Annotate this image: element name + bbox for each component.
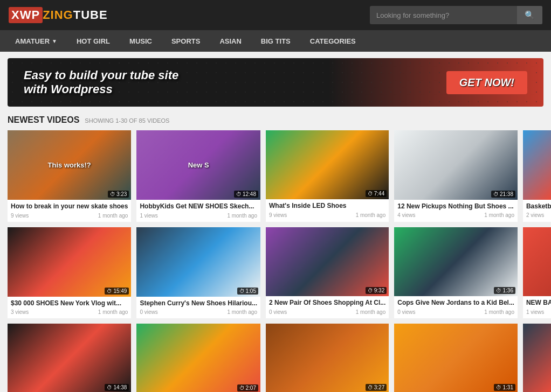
video-title: HobbyKids Get NEW SHOES Skech... — [140, 202, 257, 211]
video-title: How to break in your new skate shoes — [11, 202, 128, 211]
video-thumbnail: ⏱21:38 — [394, 130, 518, 200]
video-meta: 4 views 1 month ago — [397, 212, 514, 218]
video-info: How to break in your new skate shoes 9 v… — [8, 200, 131, 222]
video-meta: 9 views 1 month ago — [269, 212, 385, 218]
video-card[interactable]: ⏱1:36 Cops Give New Jordans to a Kid Bel… — [394, 227, 518, 319]
thumb-label: New S — [136, 130, 260, 200]
search-button[interactable]: 🔍 — [517, 6, 542, 24]
video-duration: ⏱14:38 — [105, 384, 129, 391]
nav-item-asian[interactable]: ASIAN — [210, 30, 251, 52]
video-title: 12 New Pickups Nothing But Shoes ... — [397, 202, 514, 211]
video-title: NEW BASKETBALL SHOES SHOPPI... — [526, 299, 551, 307]
video-age: 1 month ago — [356, 212, 386, 218]
video-duration: ⏱1:05 — [237, 288, 258, 295]
video-thumbnail: ⏱14:38 — [8, 324, 131, 392]
video-card[interactable]: New S ⏱12:48 HobbyKids Get NEW SHOES Ske… — [136, 130, 260, 222]
video-views: 9 views — [269, 212, 287, 218]
video-card[interactable]: ⏱14:38 My New Shoes 2 views 1 month ago — [8, 324, 131, 392]
video-card[interactable]: 5 Shoe Must Haves ⏱6:06 5 Men's Shoe Mus… — [523, 324, 551, 392]
search-input[interactable] — [370, 8, 517, 23]
video-thumbnail: ⏱1:36 — [394, 227, 518, 297]
video-duration: ⏱9:32 — [366, 287, 387, 294]
video-age: 1 month ago — [98, 213, 128, 219]
video-card[interactable]: ⏱7:44 What's Inside LED Shoes 9 views 1 … — [266, 130, 389, 222]
video-age: 1 month ago — [484, 309, 514, 315]
video-info: NEW BASKETBALL SHOES SHOPPI... 1 views 1… — [523, 296, 551, 318]
videos-section: NEWEST VIDEOS SHOWING 1-30 OF 85 VIDEOS … — [0, 113, 551, 392]
video-age: 1 month ago — [227, 309, 257, 315]
video-duration: ⏱3:27 — [366, 384, 387, 391]
nav-item-hotgirl[interactable]: HOT GIRL — [67, 30, 120, 52]
video-title: $30 000 SHOES New York Vlog wit... — [11, 299, 128, 308]
video-info: What's Inside LED Shoes 9 views 1 month … — [266, 199, 389, 221]
video-card[interactable]: ⏱2:07 Really nice shoes 1 views 1 month … — [136, 324, 260, 392]
video-duration: ⏱1:36 — [494, 287, 515, 294]
video-meta: 3 views 1 month ago — [11, 309, 128, 315]
video-card[interactable]: ⏱9:32 2 New Pair Of Shoes Shopping At Cl… — [266, 227, 389, 319]
video-views: 0 views — [140, 309, 157, 315]
nav-item-amatuer[interactable]: AMATUER ▼ — [5, 30, 67, 52]
section-subtitle: SHOWING 1-30 OF 85 VIDEOS — [85, 117, 169, 124]
video-thumbnail: This works!? ⏱3:23 — [8, 130, 131, 200]
chevron-down-icon: ▼ — [52, 38, 57, 44]
section-title: NEWEST VIDEOS — [8, 115, 79, 125]
video-duration: ⏱3:23 — [108, 191, 129, 198]
video-thumbnail: ⏱14:55 — [523, 227, 551, 297]
nav-item-music[interactable]: MUSIC — [120, 30, 162, 52]
section-header: NEWEST VIDEOS SHOWING 1-30 OF 85 VIDEOS — [8, 115, 543, 125]
video-card[interactable]: ⏱14:55 NEW BASKETBALL SHOES SHOPPI... 1 … — [523, 227, 551, 319]
video-info: Basketball Shoe Shopping 2 views 1 month… — [523, 200, 551, 222]
logo-zing: ZING — [43, 8, 73, 22]
video-title: Cops Give New Jordans to a Kid Bel... — [397, 299, 514, 307]
video-info: Stephen Curry's New Shoes Hilariou... 0 … — [136, 297, 260, 319]
video-age: 1 month ago — [356, 309, 386, 315]
video-duration: ⏱21:38 — [491, 191, 515, 198]
promo-banner[interactable]: Easy to build your tube sitewith Wordpre… — [8, 58, 543, 107]
thumb-label: 5 Shoe Must Haves — [523, 324, 551, 392]
nav-item-categories[interactable]: CATEGORIES — [300, 30, 366, 52]
banner-cta-button[interactable]: GET NOW! — [446, 71, 527, 94]
search-bar: 🔍 — [370, 6, 542, 24]
video-views: 0 views — [397, 309, 415, 315]
video-card[interactable]: ⏱14:41 Basketball Shoe Shopping 2 views … — [523, 130, 551, 222]
nav-item-sports[interactable]: SPORTS — [162, 30, 210, 52]
video-views: 1 views — [526, 309, 544, 315]
video-views: 1 views — [140, 213, 157, 219]
nav-item-bigtits[interactable]: BIG TITS — [251, 30, 300, 52]
video-thumbnail: ⏱15:49 — [8, 227, 131, 297]
video-thumbnail: ⏱3:27 — [266, 324, 389, 392]
video-card[interactable]: ⏱1:31 Hey Dude Nice Shoes 0 views 1 mont… — [394, 324, 518, 392]
video-thumbnail: 5 Shoe Must Haves ⏱6:06 — [523, 324, 551, 392]
video-card[interactable]: ⏱3:27 Nice shoes at 'Ross Dress For Less… — [266, 324, 389, 392]
video-views: 4 views — [397, 212, 415, 218]
video-age: 1 month ago — [484, 212, 514, 218]
video-thumbnail: ⏱7:44 — [266, 130, 389, 199]
video-meta: 0 views 1 month ago — [269, 309, 385, 315]
video-card[interactable]: ⏱21:38 12 New Pickups Nothing But Shoes … — [394, 130, 518, 222]
video-meta: 0 views 1 month ago — [397, 309, 514, 315]
video-thumbnail: New S ⏱12:48 — [136, 130, 260, 200]
video-grid: This works!? ⏱3:23 How to break in your … — [8, 130, 543, 392]
banner-text: Easy to build your tube sitewith Wordpre… — [24, 68, 178, 96]
video-info: 12 New Pickups Nothing But Shoes ... 4 v… — [394, 200, 518, 222]
logo-tube: TUBE — [73, 8, 108, 22]
video-info: $30 000 SHOES New York Vlog wit... 3 vie… — [8, 297, 131, 319]
video-duration: ⏱1:31 — [494, 384, 515, 391]
video-title: Stephen Curry's New Shoes Hilariou... — [140, 299, 257, 308]
video-duration: ⏱15:49 — [105, 288, 129, 295]
video-meta: 1 views 1 month ago — [526, 309, 551, 315]
video-card[interactable]: ⏱1:05 Stephen Curry's New Shoes Hilariou… — [136, 227, 260, 319]
video-title: What's Inside LED Shoes — [269, 202, 385, 211]
thumb-label: This works!? — [8, 130, 131, 200]
video-views: 3 views — [11, 309, 29, 315]
video-info: Cops Give New Jordans to a Kid Bel... 0 … — [394, 296, 518, 318]
video-views: 0 views — [269, 309, 287, 315]
site-logo[interactable]: XWP ZING TUBE — [9, 7, 108, 23]
video-card[interactable]: This works!? ⏱3:23 How to break in your … — [8, 130, 131, 222]
video-meta: 9 views 1 month ago — [11, 213, 128, 219]
video-age: 1 month ago — [98, 309, 128, 315]
logo-xwp: XWP — [9, 7, 43, 23]
video-card[interactable]: ⏱15:49 $30 000 SHOES New York Vlog wit..… — [8, 227, 131, 319]
video-age: 1 month ago — [227, 213, 257, 219]
video-title: Basketball Shoe Shopping — [526, 202, 551, 211]
